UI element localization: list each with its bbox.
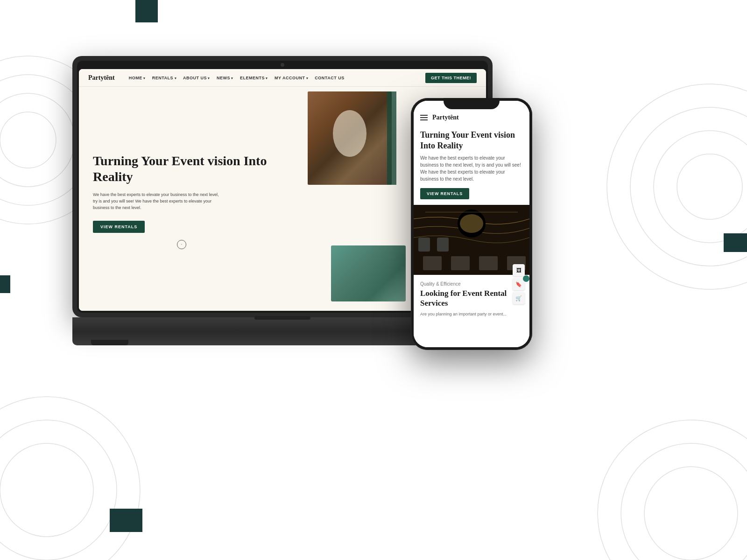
hero-description: We have the best experts to elevate your… xyxy=(93,191,224,211)
get-theme-button[interactable]: GET THIS THEME! xyxy=(425,73,477,83)
nav-elements[interactable]: ELEMENTS xyxy=(240,76,268,80)
hero-text: Turning Your Event vision Into Reality W… xyxy=(79,87,303,311)
site-navigation: Partytênt HOME RENTALS ABOUT US NEWS ELE… xyxy=(79,69,486,87)
phone-hero-title: Turning Your Event vision Into Reality xyxy=(420,130,523,151)
laptop-camera xyxy=(281,63,284,67)
hamburger-icon[interactable] xyxy=(420,115,428,120)
hero-title: Turning Your Event vision Into Reality xyxy=(93,153,289,184)
svg-rect-19 xyxy=(479,256,498,270)
nav-rentals[interactable]: RENTALS xyxy=(152,76,176,80)
phone-venue-image xyxy=(414,205,529,275)
phone-hero-section: Turning Your Event vision Into Reality W… xyxy=(414,125,529,205)
svg-point-16 xyxy=(460,214,483,233)
nav-about[interactable]: ABOUT US xyxy=(183,76,210,80)
phone-mockup: Partytênt Turning Your Event vision Into… xyxy=(411,98,532,350)
svg-rect-21 xyxy=(418,238,430,252)
phone-screen: Partytênt Turning Your Event vision Into… xyxy=(414,101,529,347)
phone-services-section: Quality & Efficience Looking for Event R… xyxy=(414,275,529,324)
nav-home[interactable]: HOME xyxy=(129,76,146,80)
phone-logo: Partytênt xyxy=(432,114,459,121)
phone-sidebar-icons: 🖼 🔖 🛒 xyxy=(513,264,525,304)
nav-contact[interactable]: CONTACT US xyxy=(315,76,344,80)
phone-hero-desc: We have the best experts to elevate your… xyxy=(420,154,523,182)
accent-dot xyxy=(523,275,529,282)
cart-icon[interactable]: 🛒 xyxy=(513,292,525,304)
services-title: Looking for Event Rental Services xyxy=(420,288,523,308)
laptop-hinge xyxy=(254,316,310,320)
nav-links: HOME RENTALS ABOUT US NEWS ELEMENTS MY A… xyxy=(129,76,425,80)
hero-secondary-image xyxy=(331,245,406,301)
services-description: Are you planning an important party or e… xyxy=(420,311,523,318)
phone-content: Partytênt Turning Your Event vision Into… xyxy=(414,101,529,347)
view-rentals-button[interactable]: VIEW RENTALS xyxy=(93,221,145,233)
phone-notch xyxy=(444,98,500,109)
slider-dot[interactable]: · xyxy=(177,240,186,249)
phone-view-rentals-button[interactable]: VIEW RENTALS xyxy=(420,188,469,199)
nav-news[interactable]: NEWS xyxy=(217,76,233,80)
nav-account[interactable]: MY ACCOUNT xyxy=(275,76,308,80)
hero-main-image xyxy=(308,91,392,185)
phone-body: Partytênt Turning Your Event vision Into… xyxy=(411,98,532,350)
svg-rect-18 xyxy=(451,256,470,270)
svg-rect-17 xyxy=(423,256,442,270)
wishlist-icon[interactable]: 🖼 xyxy=(513,264,525,276)
laptop-foot-left xyxy=(91,340,128,345)
site-logo: Partytênt xyxy=(88,74,115,82)
svg-rect-22 xyxy=(437,238,449,252)
services-subtitle: Quality & Efficience xyxy=(420,281,523,287)
